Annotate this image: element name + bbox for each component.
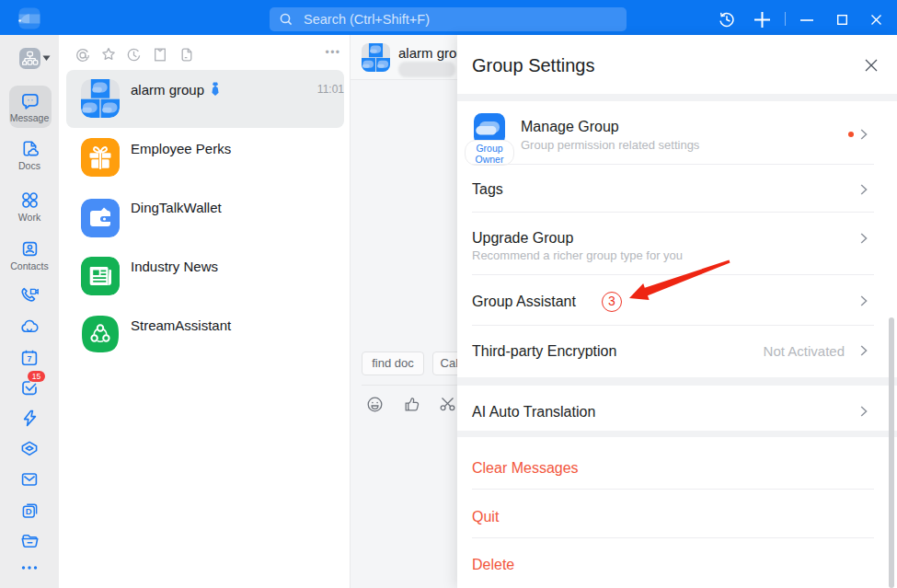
svg-text:7: 7 (27, 354, 31, 363)
svg-text:D: D (26, 506, 32, 516)
